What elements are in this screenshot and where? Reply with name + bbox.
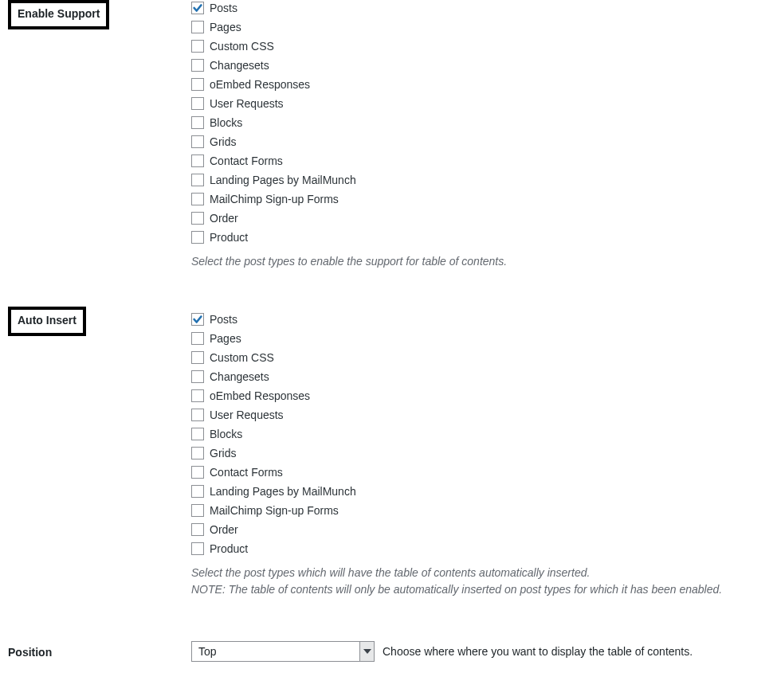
checkbox[interactable]	[191, 504, 204, 517]
checkbox-label: MailChimp Sign-up Forms	[210, 191, 339, 207]
checkbox[interactable]	[191, 332, 204, 345]
checkbox-item[interactable]: Posts	[191, 311, 769, 327]
checkbox-label: Order	[210, 522, 238, 538]
checkbox-item[interactable]: Custom CSS	[191, 38, 769, 54]
checkbox[interactable]	[191, 78, 204, 91]
auto-insert-label: Auto Insert	[8, 307, 86, 336]
checkbox-item[interactable]: Order	[191, 210, 769, 226]
checkbox[interactable]	[191, 231, 204, 244]
checkbox[interactable]	[191, 542, 204, 555]
checkbox[interactable]	[191, 313, 204, 326]
checkbox[interactable]	[191, 40, 204, 53]
checkbox-label: oEmbed Responses	[210, 76, 310, 92]
checkbox[interactable]	[191, 21, 204, 33]
position-row: Position Top Choose where where you want…	[0, 614, 777, 678]
checkbox-item[interactable]: Posts	[191, 0, 769, 16]
checkbox[interactable]	[191, 174, 204, 186]
show-when-row: Show when 2 or more headings are present	[0, 678, 777, 700]
checkbox-item[interactable]: Order	[191, 522, 769, 538]
enable-support-label: Enable Support	[8, 0, 109, 29]
checkbox[interactable]	[191, 523, 204, 536]
checkbox[interactable]	[191, 154, 204, 167]
enable-support-checkbox-list: PostsPagesCustom CSSChangesetsoEmbed Res…	[191, 0, 769, 245]
checkbox-label: Custom CSS	[210, 350, 274, 366]
checkbox-item[interactable]: Grids	[191, 134, 769, 150]
checkbox-item[interactable]: Product	[191, 229, 769, 245]
auto-insert-description: Select the post types which will have th…	[191, 565, 769, 598]
checkbox-label: Posts	[210, 0, 237, 16]
checkbox-item[interactable]: Pages	[191, 19, 769, 35]
checkbox-label: Contact Forms	[210, 464, 283, 480]
checkbox[interactable]	[191, 428, 204, 440]
chevron-down-icon	[359, 642, 374, 661]
checkbox-item[interactable]: Blocks	[191, 426, 769, 442]
enable-support-row: Enable Support PostsPagesCustom CSSChang…	[0, 0, 777, 286]
checkbox[interactable]	[191, 447, 204, 459]
checkbox[interactable]	[191, 485, 204, 498]
enable-support-description: Select the post types to enable the supp…	[191, 253, 769, 270]
checkbox-label: Grids	[210, 134, 236, 150]
checkbox-label: User Requests	[210, 96, 284, 111]
checkbox-label: Pages	[210, 330, 241, 346]
checkbox-item[interactable]: Contact Forms	[191, 464, 769, 480]
checkbox[interactable]	[191, 97, 204, 110]
checkbox-item[interactable]: Custom CSS	[191, 350, 769, 366]
checkbox-item[interactable]: oEmbed Responses	[191, 76, 769, 92]
position-select[interactable]: Top	[191, 641, 375, 662]
checkbox-label: Blocks	[210, 115, 242, 131]
checkbox-label: User Requests	[210, 407, 284, 423]
checkbox-label: Contact Forms	[210, 153, 283, 169]
checkbox[interactable]	[191, 59, 204, 72]
position-label: Position	[8, 641, 183, 659]
checkbox[interactable]	[191, 409, 204, 421]
checkbox-item[interactable]: Grids	[191, 445, 769, 461]
checkbox[interactable]	[191, 389, 204, 402]
checkbox-label: Changesets	[210, 57, 269, 73]
checkbox-item[interactable]: Landing Pages by MailMunch	[191, 172, 769, 188]
checkbox-item[interactable]: Product	[191, 541, 769, 557]
position-hint: Choose where where you want to display t…	[383, 645, 693, 658]
checkbox-item[interactable]: Landing Pages by MailMunch	[191, 483, 769, 499]
checkbox-label: Blocks	[210, 426, 242, 442]
checkbox-item[interactable]: Contact Forms	[191, 153, 769, 169]
checkbox-item[interactable]: Blocks	[191, 115, 769, 131]
checkbox-label: MailChimp Sign-up Forms	[210, 503, 339, 518]
checkbox[interactable]	[191, 370, 204, 383]
checkbox[interactable]	[191, 351, 204, 364]
checkbox-label: Product	[210, 229, 248, 245]
checkbox-label: Landing Pages by MailMunch	[210, 172, 356, 188]
checkbox-label: Product	[210, 541, 248, 557]
checkbox[interactable]	[191, 135, 204, 148]
checkbox[interactable]	[191, 466, 204, 479]
auto-insert-row: Auto Insert PostsPagesCustom CSSChangese…	[0, 286, 777, 614]
checkbox-label: Changesets	[210, 369, 269, 385]
checkbox[interactable]	[191, 193, 204, 205]
checkbox-item[interactable]: MailChimp Sign-up Forms	[191, 191, 769, 207]
checkbox-item[interactable]: Changesets	[191, 369, 769, 385]
checkbox[interactable]	[191, 2, 204, 14]
checkbox[interactable]	[191, 116, 204, 129]
checkbox-item[interactable]: Changesets	[191, 57, 769, 73]
checkbox-label: Landing Pages by MailMunch	[210, 483, 356, 499]
checkbox-item[interactable]: Pages	[191, 330, 769, 346]
checkbox-label: Posts	[210, 311, 237, 327]
checkbox-item[interactable]: oEmbed Responses	[191, 388, 769, 404]
checkbox-label: Pages	[210, 19, 241, 35]
checkbox-item[interactable]: User Requests	[191, 96, 769, 111]
checkbox-label: Order	[210, 210, 238, 226]
checkbox-item[interactable]: MailChimp Sign-up Forms	[191, 503, 769, 518]
checkbox-label: oEmbed Responses	[210, 388, 310, 404]
checkbox-label: Custom CSS	[210, 38, 274, 54]
checkbox-item[interactable]: User Requests	[191, 407, 769, 423]
checkbox[interactable]	[191, 212, 204, 225]
checkbox-label: Grids	[210, 445, 236, 461]
auto-insert-checkbox-list: PostsPagesCustom CSSChangesetsoEmbed Res…	[191, 311, 769, 557]
